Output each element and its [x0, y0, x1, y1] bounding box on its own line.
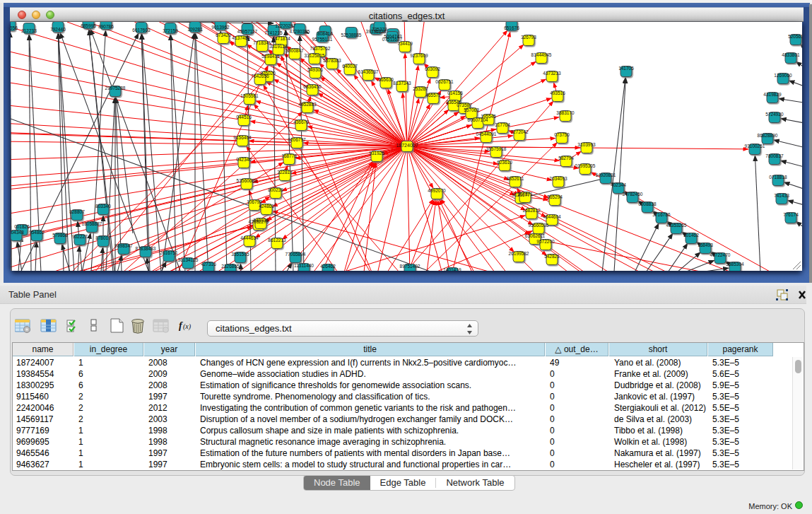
svg-text:45957117: 45957117 [237, 29, 258, 34]
svg-text:9156404: 9156404 [233, 135, 252, 140]
svg-text:0718818: 0718818 [769, 175, 787, 180]
svg-text:073587: 073587 [457, 103, 472, 107]
svg-text:6836450: 6836450 [303, 84, 322, 89]
svg-text:436676: 436676 [293, 119, 309, 124]
svg-text:8137343: 8137343 [393, 81, 411, 86]
svg-text:63062611: 63062611 [525, 233, 546, 238]
svg-text:7642656: 7642656 [251, 74, 269, 78]
svg-text:684656: 684656 [11, 25, 18, 30]
svg-text:6617603: 6617603 [132, 28, 151, 33]
svg-text:40722470: 40722470 [710, 252, 731, 257]
svg-text:493516: 493516 [550, 90, 565, 95]
svg-text:86828890: 86828890 [758, 133, 778, 138]
svg-text:01995305: 01995305 [575, 163, 596, 168]
svg-text:776174: 776174 [783, 212, 799, 217]
svg-text:001826: 001826 [14, 224, 30, 229]
svg-text:8852611: 8852611 [507, 176, 524, 181]
svg-text:322817: 322817 [277, 170, 293, 175]
svg-text:11311440: 11311440 [294, 263, 314, 268]
svg-text:2034093: 2034093 [549, 176, 567, 181]
svg-text:044516: 044516 [236, 115, 252, 119]
svg-text:402344: 402344 [611, 182, 626, 187]
svg-text:4137484: 4137484 [232, 35, 250, 40]
svg-text:4373233: 4373233 [543, 71, 561, 76]
svg-text:212233: 212233 [21, 28, 37, 33]
svg-text:168493: 168493 [698, 243, 713, 247]
svg-text:808414: 808414 [317, 31, 333, 36]
svg-text:427316: 427316 [201, 262, 216, 267]
svg-text:29975288: 29975288 [105, 86, 126, 90]
svg-text:372159: 372159 [163, 28, 178, 33]
svg-text:5724920: 5724920 [765, 112, 784, 117]
svg-text:565630: 565630 [378, 77, 394, 82]
svg-text:53560688: 53560688 [237, 178, 257, 183]
svg-text:1401419: 1401419 [443, 267, 461, 271]
svg-text:828807: 828807 [69, 209, 85, 214]
svg-text:7272042: 7272042 [510, 129, 529, 134]
svg-text:603092: 603092 [425, 66, 440, 71]
svg-text:253287: 253287 [413, 86, 428, 91]
svg-text:465572: 465572 [425, 93, 441, 98]
svg-text:34782450: 34782450 [623, 192, 643, 197]
svg-text:685995: 685995 [81, 23, 96, 28]
svg-text:579868: 579868 [52, 233, 68, 238]
svg-text:3103993: 3103993 [577, 142, 596, 147]
svg-text:168773: 168773 [281, 153, 297, 158]
svg-text:317764: 317764 [495, 122, 510, 127]
svg-text:26199582: 26199582 [509, 251, 529, 256]
svg-text:35575918: 35575918 [486, 146, 507, 151]
svg-text:9898347: 9898347 [114, 243, 133, 248]
svg-text:3551505: 3551505 [231, 252, 249, 257]
svg-text:651676: 651676 [504, 25, 519, 30]
svg-text:0008838: 0008838 [638, 201, 657, 206]
svg-text:04544091: 04544091 [476, 132, 497, 136]
svg-text:931925: 931925 [369, 151, 384, 156]
svg-text:1269060: 1269060 [774, 73, 792, 78]
svg-text:78375762: 78375762 [310, 46, 331, 51]
svg-text:4444634: 4444634 [240, 235, 259, 240]
svg-text:93100251: 93100251 [745, 144, 765, 148]
svg-text:735379: 735379 [372, 27, 387, 32]
svg-text:2616751: 2616751 [160, 250, 178, 255]
svg-text:95660536: 95660536 [529, 223, 549, 228]
svg-text:326793: 326793 [521, 35, 536, 40]
svg-text:2326865: 2326865 [221, 264, 240, 269]
svg-text:304348: 304348 [11, 230, 24, 235]
svg-text:3319128: 3319128 [269, 44, 288, 49]
svg-text:792440: 792440 [50, 27, 66, 32]
svg-text:61436537: 61436537 [358, 69, 379, 74]
svg-text:9237609: 9237609 [410, 53, 428, 58]
svg-text:33125815: 33125815 [305, 53, 325, 58]
svg-text:141705: 141705 [618, 66, 634, 71]
svg-text:1682812: 1682812 [522, 208, 541, 213]
svg-text:557063: 557063 [464, 107, 479, 112]
svg-text:4644604: 4644604 [543, 214, 561, 219]
svg-text:623610: 623610 [497, 160, 512, 165]
svg-text:542821: 542821 [544, 254, 560, 259]
svg-text:47280385: 47280385 [290, 29, 310, 34]
svg-text:89751402: 89751402 [400, 264, 420, 269]
svg-text:12220297: 12220297 [276, 23, 296, 28]
svg-text:042346: 042346 [236, 157, 252, 162]
svg-text:3883170: 3883170 [556, 110, 575, 115]
svg-text:549306: 549306 [307, 67, 323, 72]
svg-text:43353265: 43353265 [666, 223, 687, 228]
svg-text:(x): (x) [183, 322, 192, 331]
svg-text:014156: 014156 [447, 90, 463, 95]
svg-text:9013962: 9013962 [211, 25, 230, 30]
svg-text:4833801: 4833801 [782, 52, 800, 57]
svg-text:307871: 307871 [517, 192, 533, 197]
svg-text:3716786: 3716786 [652, 212, 671, 217]
svg-text:073750: 073750 [554, 132, 570, 137]
svg-text:148936: 148936 [253, 218, 269, 223]
svg-text:52538885: 52538885 [341, 33, 362, 37]
svg-text:95755131: 95755131 [312, 37, 333, 42]
svg-text:4992070: 4992070 [428, 188, 446, 193]
svg-text:734419: 734419 [397, 41, 413, 46]
svg-text:426462: 426462 [320, 264, 336, 269]
svg-text:673420: 673420 [216, 33, 231, 37]
svg-text:0471874: 0471874 [272, 36, 290, 41]
svg-text:878017: 878017 [95, 235, 111, 240]
svg-text:9572200: 9572200 [536, 239, 555, 244]
svg-text:36134125: 36134125 [178, 257, 199, 262]
